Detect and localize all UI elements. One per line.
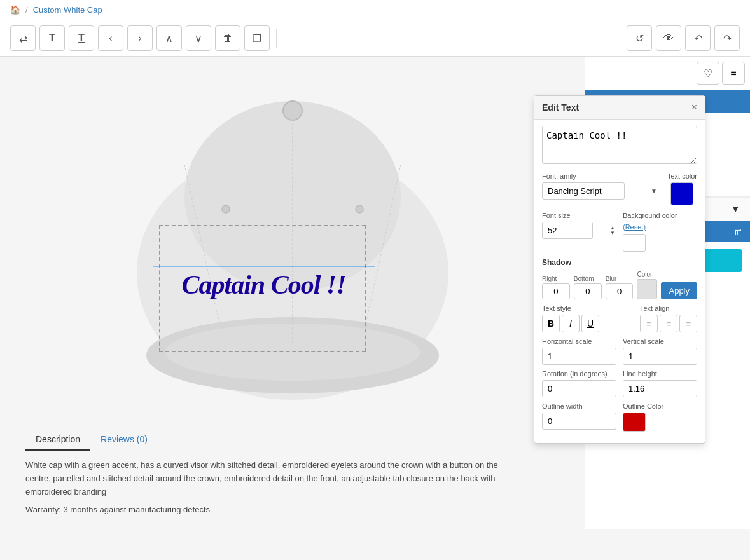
shadow-right-input[interactable] — [542, 283, 570, 299]
outline-color-swatch[interactable] — [623, 413, 646, 432]
dialog-body: Captain Cool !! Font family Dancing Scri… — [534, 120, 705, 443]
bold-button[interactable]: B — [542, 315, 560, 332]
text-style-group: Text style B I U — [542, 304, 599, 332]
v-scale-field: Vertical scale — [623, 338, 697, 365]
outline-color-field: Outline Color — [623, 402, 697, 432]
bg-color-label: Background color — [623, 212, 697, 219]
v-scale-label: Vertical scale — [623, 338, 697, 345]
layer-delete-icon[interactable]: 🗑 — [733, 226, 742, 236]
font-family-group: Font family Dancing Script Arial Times N… — [542, 172, 661, 200]
dialog-title: Edit Text — [542, 102, 579, 113]
dialog-close-button[interactable]: × — [691, 102, 697, 113]
shadow-right-field: Right — [542, 275, 570, 299]
italic-button[interactable]: I — [562, 315, 580, 332]
breadcrumb-page-link[interactable]: Custom White Cap — [33, 5, 102, 15]
shadow-color-swatch[interactable] — [637, 279, 657, 299]
font-size-group: Font size ▲ ▼ — [542, 212, 616, 239]
h-scale-field: Horizontal scale — [542, 338, 616, 365]
tab-reviews[interactable]: Reviews (0) — [90, 429, 158, 451]
delete-button[interactable]: 🗑 — [215, 25, 240, 51]
align-left-button[interactable]: ≡ — [640, 315, 658, 332]
font-color-row: Font family Dancing Script Arial Times N… — [542, 172, 697, 205]
shadow-section-title: Shadow — [542, 258, 697, 267]
next-button[interactable]: › — [127, 25, 153, 51]
tab-description-content: White cap with a green accent, has a cur… — [25, 459, 522, 517]
font-family-label: Font family — [542, 172, 661, 180]
move-up-button[interactable]: ∧ — [156, 25, 182, 51]
apply-button[interactable]: Apply — [661, 282, 697, 299]
font-size-wrapper: ▲ ▼ — [542, 222, 616, 239]
h-scale-label: Horizontal scale — [542, 338, 616, 345]
font-size-down-icon[interactable]: ▼ — [610, 231, 615, 236]
text-color-label: Text color — [667, 172, 697, 180]
layers-chevron-icon: ▼ — [731, 204, 740, 214]
dialog-header: Edit Text × — [534, 96, 705, 120]
outline-width-input[interactable] — [542, 413, 616, 430]
rotation-input[interactable] — [542, 380, 616, 397]
text-align-label: Text align — [640, 304, 697, 312]
eye-button[interactable]: 👁 — [656, 25, 681, 51]
design-text-layer[interactable]: Captain Cool !! — [153, 266, 375, 303]
shuffle-button[interactable]: ⇄ — [10, 25, 36, 51]
align-center-button[interactable]: ≡ — [660, 315, 677, 332]
v-scale-input[interactable] — [623, 348, 697, 365]
align-right-button[interactable]: ≡ — [679, 315, 697, 332]
fontsize-bg-row: Font size ▲ ▼ Background color (Reset) — [542, 212, 697, 252]
shadow-bottom-field: Bottom — [574, 275, 602, 299]
bg-color-swatch[interactable] — [623, 234, 646, 252]
move-down-button[interactable]: ∨ — [186, 25, 211, 51]
tab-description[interactable]: Description — [25, 429, 90, 451]
bottom-section: Description Reviews (0) White cap with a… — [13, 419, 534, 517]
prev-button[interactable]: ‹ — [98, 25, 123, 51]
font-size-arrows[interactable]: ▲ ▼ — [610, 226, 615, 236]
text-color-swatch[interactable] — [670, 182, 693, 205]
font-family-select[interactable]: Dancing Script Arial Times New Roman Geo… — [542, 182, 625, 200]
text-align-group: Text align ≡ ≡ ≡ — [640, 304, 697, 332]
main-toolbar: ⇄ T T ‹ › ∧ ∨ 🗑 ❐ ↺ 👁 ↶ ↷ — [0, 20, 750, 57]
font-select-wrapper: Dancing Script Arial Times New Roman Geo… — [542, 182, 661, 200]
breadcrumb-separator: / — [25, 5, 28, 15]
text-input[interactable]: Captain Cool !! — [542, 126, 697, 164]
svg-point-2 — [283, 101, 302, 120]
text-style-button[interactable]: T — [69, 25, 94, 51]
bg-color-group: Background color (Reset) — [623, 212, 697, 252]
copy-button[interactable]: ❐ — [244, 25, 270, 51]
shadow-blur-field: Blur — [606, 275, 634, 299]
shadow-row: Right Bottom Blur Color Apply — [542, 271, 697, 299]
shadow-right-label: Right — [542, 275, 570, 282]
home-icon[interactable]: 🏠 — [10, 5, 20, 15]
style-buttons: B I U — [542, 315, 599, 332]
menu-button[interactable]: ≡ — [722, 62, 745, 85]
style-align-row: Text style B I U Text align ≡ ≡ ≡ — [542, 304, 697, 332]
h-scale-input[interactable] — [542, 348, 616, 365]
shadow-blur-input[interactable] — [606, 283, 634, 299]
flip-v-button[interactable]: ↷ — [714, 25, 740, 51]
outline-color-label: Outline Color — [623, 402, 697, 410]
shadow-bottom-input[interactable] — [574, 283, 602, 299]
shadow-color-field: Color — [637, 271, 657, 299]
cap-image-area: Captain Cool !! — [115, 69, 471, 419]
font-size-input[interactable] — [542, 222, 593, 239]
underline-button[interactable]: U — [581, 315, 599, 332]
align-buttons: ≡ ≡ ≡ — [640, 315, 697, 332]
rotate-ccw-button[interactable]: ↺ — [627, 25, 652, 51]
shadow-color-label: Color — [637, 271, 657, 278]
font-select-arrow-icon: ▼ — [651, 188, 657, 195]
rotation-lineheight-row: Rotation (in degrees) Line height — [542, 370, 697, 397]
favorite-button[interactable]: ♡ — [697, 62, 719, 85]
bg-color-reset-link[interactable]: (Reset) — [623, 223, 646, 231]
shadow-blur-label: Blur — [606, 275, 634, 282]
tabs-nav: Description Reviews (0) — [25, 429, 522, 451]
outline-width-label: Outline width — [542, 402, 616, 410]
font-size-label: Font size — [542, 212, 616, 219]
text-button[interactable]: T — [39, 25, 65, 51]
rotation-field: Rotation (in degrees) — [542, 370, 616, 397]
flip-h-button[interactable]: ↶ — [685, 25, 711, 51]
text-style-label: Text style — [542, 304, 599, 312]
product-actions-row: ♡ ≡ — [585, 57, 750, 90]
shadow-bottom-label: Bottom — [574, 275, 602, 282]
breadcrumb: 🏠 / Custom White Cap — [0, 0, 750, 20]
toolbar-right: ↺ 👁 ↶ ↷ — [627, 25, 740, 51]
line-height-field: Line height — [623, 370, 697, 397]
line-height-input[interactable] — [623, 380, 697, 397]
